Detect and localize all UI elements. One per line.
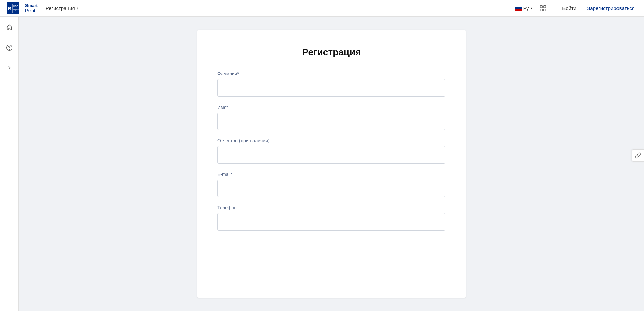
main-content: Регистрация Фамилия* Имя* Отчество (при … bbox=[19, 17, 644, 311]
smart-point-logo: Smart Point bbox=[22, 3, 38, 13]
email-input[interactable] bbox=[217, 180, 445, 197]
phone-group: Телефон bbox=[217, 205, 445, 231]
svg-text:В: В bbox=[8, 6, 11, 11]
svg-text:Digital: Digital bbox=[13, 9, 19, 11]
smart-label: Smart bbox=[25, 3, 38, 8]
sidebar-home-button[interactable] bbox=[3, 21, 16, 34]
sidebar-expand-button[interactable] bbox=[3, 61, 16, 74]
breadcrumb: Регистрация / bbox=[46, 5, 78, 11]
sidebar bbox=[0, 17, 19, 311]
breadcrumb-text: Регистрация bbox=[46, 5, 75, 11]
register-button[interactable]: Зарегистрироваться bbox=[584, 4, 637, 12]
breadcrumb-separator: / bbox=[77, 5, 78, 11]
float-link-button[interactable] bbox=[632, 149, 644, 162]
patronymic-label: Отчество (при наличии) bbox=[217, 138, 445, 143]
header-right: Ру ▾ Войти Зарегистрироваться bbox=[515, 3, 637, 14]
firstname-input[interactable] bbox=[217, 113, 445, 130]
lastname-group: Фамилия* bbox=[217, 71, 445, 97]
svg-rect-5 bbox=[540, 5, 542, 7]
firstname-label: Имя* bbox=[217, 105, 445, 110]
svg-rect-8 bbox=[544, 9, 546, 11]
form-title: Регистрация bbox=[217, 47, 445, 58]
flag-icon bbox=[515, 6, 522, 11]
sidebar-help-button[interactable] bbox=[3, 41, 16, 54]
main-area: Регистрация Фамилия* Имя* Отчество (при … bbox=[0, 17, 644, 311]
svg-point-10 bbox=[9, 49, 9, 50]
svg-rect-6 bbox=[544, 5, 546, 7]
phone-label: Телефон bbox=[217, 205, 445, 210]
logo-link[interactable]: В HSE Digital Smart Point bbox=[7, 2, 38, 14]
language-selector[interactable]: Ру ▾ bbox=[515, 6, 532, 11]
lastname-label: Фамилия* bbox=[217, 71, 445, 76]
patronymic-group: Отчество (при наличии) bbox=[217, 138, 445, 164]
login-button[interactable]: Войти bbox=[559, 4, 579, 12]
lastname-input[interactable] bbox=[217, 79, 445, 97]
email-label: E-mail* bbox=[217, 172, 445, 177]
header-divider bbox=[554, 4, 554, 12]
email-group: E-mail* bbox=[217, 172, 445, 197]
svg-text:HSE: HSE bbox=[13, 5, 18, 7]
header: В HSE Digital Smart Point Регистрация / … bbox=[0, 0, 644, 17]
firstname-group: Имя* bbox=[217, 105, 445, 130]
point-label: Point bbox=[25, 8, 38, 13]
chevron-down-icon: ▾ bbox=[531, 6, 532, 10]
svg-rect-7 bbox=[540, 9, 542, 11]
hse-logo: В HSE Digital bbox=[7, 2, 19, 14]
lang-label: Ру bbox=[523, 6, 529, 11]
phone-input[interactable] bbox=[217, 213, 445, 231]
settings-button[interactable] bbox=[538, 3, 548, 14]
patronymic-input[interactable] bbox=[217, 146, 445, 164]
registration-form-card: Регистрация Фамилия* Имя* Отчество (при … bbox=[197, 30, 466, 298]
